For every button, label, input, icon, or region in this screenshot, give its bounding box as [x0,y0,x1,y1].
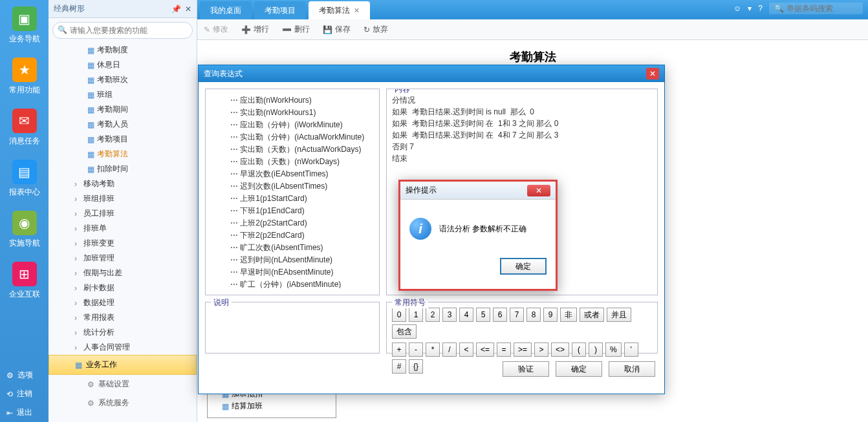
nav-exit[interactable]: ⇤退出 [0,403,49,422]
smiley-icon[interactable]: ☺ [733,4,741,13]
tree-section[interactable]: ⚙系统服务 [49,394,197,412]
symbol-button[interactable]: 8 [526,308,541,322]
pin-icon[interactable]: 📌 [171,5,181,14]
tree-node[interactable]: ▦考勤算法 [49,147,197,162]
symbol-button[interactable]: 5 [476,308,490,322]
tree-node[interactable]: ›排班单 [49,221,197,236]
symbol-button[interactable]: + [392,343,406,357]
toolbar-discard-button[interactable]: ↻放弃 [363,24,388,35]
tab[interactable]: 考勤项目 [254,1,306,19]
nav-options[interactable]: ⚙选项 [0,366,49,385]
tree-node[interactable]: ›员工排班 [49,206,197,221]
symbol-button[interactable]: 1 [409,308,423,322]
field-item[interactable]: ⋯ 应出勤(nWorkHours) [211,94,371,107]
tree-search-input[interactable] [52,22,193,39]
tab[interactable]: 考勤算法✕ [309,1,370,19]
tree-node[interactable]: ▦考勤班次 [49,72,197,87]
tree-node[interactable]: ›统计分析 [49,325,197,340]
tree-node[interactable]: ›假期与出差 [49,266,197,280]
symbol-button[interactable]: - [409,343,423,357]
nav-item-impl[interactable]: ◉ 实施导航 [0,204,49,255]
symbol-button[interactable]: % [605,343,622,357]
field-item[interactable]: ⋯ 早退时间(nEAbsentMinute) [211,266,371,279]
symbol-button[interactable]: {} [409,359,423,374]
tree-node[interactable]: ›排班变更 [49,236,197,251]
symbol-button[interactable]: 0 [392,308,406,322]
toolbar-add-button[interactable]: ➕增行 [241,24,269,35]
field-item[interactable]: ⋯ 下班1(p1EndCard) [211,205,371,217]
field-tree-list[interactable]: ⋯ 应出勤(nWorkHours)⋯ 实出勤(nWorkHours1)⋯ 应出勤… [211,94,374,288]
symbol-button[interactable]: / [442,343,457,357]
tree-body[interactable]: ▦考勤制度▦休息日▦考勤班次▦班组▦考勤期间▦考勤人员▦考勤项目▦考勤算法▦扣除… [49,43,197,422]
dialog-close-button[interactable]: ✕ [646,68,659,79]
field-item[interactable]: ⋯ 旷工（分钟）(iAbsentMinute) [211,279,371,288]
symbol-button[interactable]: >= [514,343,532,357]
field-item[interactable]: ⋯ 应出勤（天数）(nWorkDays) [211,156,371,168]
field-item[interactable]: ⋯ 上班1(p1StartCard) [211,193,371,205]
symbol-button[interactable]: # [392,359,406,374]
field-item[interactable]: ⋯ 实出勤（天数）(nActualWorkDays) [211,143,371,156]
tab-close-icon[interactable]: ✕ [354,6,360,15]
tree-section[interactable]: ⚙基础设置 [49,375,197,394]
nav-item-common[interactable]: ★ 常用功能 [0,51,49,102]
symbol-button[interactable]: 7 [510,308,524,322]
tree-node[interactable]: ▦考勤期间 [49,102,197,117]
symbol-button[interactable]: <= [476,343,494,357]
top-search[interactable]: 🔍 [769,3,863,14]
symbol-button[interactable]: * [426,343,440,357]
tree-node[interactable]: ▦考勤制度 [49,43,197,58]
subtree-item[interactable]: ▦结算加班 [209,400,334,412]
tree-node[interactable]: ▦班组 [49,87,197,102]
field-item[interactable]: ⋯ 迟到时间(nLAbsentMinute) [211,254,371,266]
symbol-button[interactable]: 4 [459,308,473,322]
tree-node[interactable]: ▦考勤人员 [49,117,197,132]
tree-node[interactable]: ›数据处理 [49,295,197,310]
symbol-button[interactable]: 并且 [607,308,631,322]
tree-section-business[interactable]: ▦业务工作 [49,355,197,375]
tab[interactable]: 我的桌面 [200,1,252,19]
symbol-button[interactable]: ( [572,343,586,357]
symbol-button[interactable]: ' [624,343,638,357]
symbol-button[interactable]: 2 [426,308,440,322]
tree-node[interactable]: ›常用报表 [49,310,197,325]
tree-node[interactable]: ›移动考勤 [49,176,197,191]
toolbar-edit-button[interactable]: ✎修改 [204,24,228,35]
symbol-button[interactable]: < [459,343,473,357]
field-item[interactable]: ⋯ 应出勤（分钟）(iWorkMinute) [211,119,371,131]
close-icon[interactable]: ✕ [185,5,191,14]
symbol-button[interactable]: 6 [493,308,507,322]
help-icon[interactable]: ? [758,4,763,13]
tree-node[interactable]: ›加班管理 [49,251,197,266]
field-item[interactable]: ⋯ 迟到次数(iLAbsentTimes) [211,180,371,193]
symbol-button[interactable]: 包含 [392,324,417,339]
field-item[interactable]: ⋯ 下班2(p2EndCard) [211,229,371,242]
tree-node[interactable]: ▦扣除时间 [49,162,197,176]
tree-node[interactable]: ›人事合同管理 [49,340,197,355]
alert-close-button[interactable]: ✕ [527,185,550,196]
alert-ok-button[interactable]: 确定 [500,258,547,275]
field-item[interactable]: ⋯ 实出勤（分钟）(iActualWorkMinute) [211,131,371,143]
alert-title-bar[interactable]: 操作提示 ✕ [400,182,556,200]
symbol-button[interactable]: 9 [543,308,558,322]
top-search-input[interactable] [787,4,858,13]
nav-item-business[interactable]: ▣ 业务导航 [0,0,49,51]
symbol-button[interactable]: = [497,343,511,357]
toolbar-save-button[interactable]: 💾保存 [323,24,351,35]
tree-node[interactable]: ▦考勤项目 [49,132,197,147]
nav-item-message[interactable]: ✉ 消息任务 [0,102,49,153]
nav-logout[interactable]: ⟲注销 [0,385,49,403]
field-item[interactable]: ⋯ 早退次数(iEAbsentTimes) [211,168,371,180]
symbol-button[interactable]: 或者 [580,308,604,322]
symbol-button[interactable]: 非 [560,308,577,322]
dialog-title-bar[interactable]: 查询表达式 ✕ [199,65,664,82]
toolbar-del-button[interactable]: ➖删行 [282,24,310,35]
symbol-button[interactable]: <> [551,343,569,357]
nav-item-report[interactable]: ▤ 报表中心 [0,153,49,204]
nav-item-enterprise[interactable]: ⊞ 企业互联 [0,255,49,306]
symbol-button[interactable]: ) [589,343,603,357]
tree-node[interactable]: ›班组排班 [49,191,197,206]
field-item[interactable]: ⋯ 旷工次数(iAbsentTimes) [211,242,371,254]
chevron-down-icon[interactable]: ▾ [748,4,752,13]
tree-node[interactable]: ›刷卡数据 [49,280,197,295]
tree-node[interactable]: ▦休息日 [49,58,197,72]
